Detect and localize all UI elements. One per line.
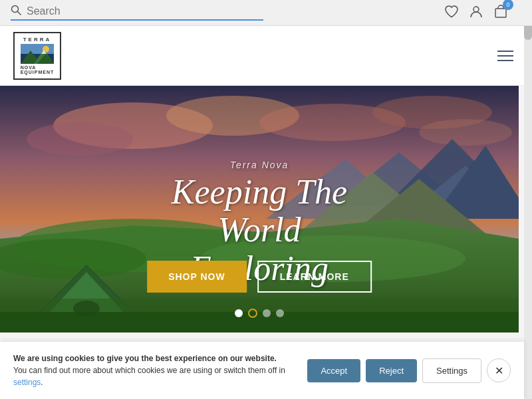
cookie-normal-text: You can find out more about which cookie… <box>13 366 285 375</box>
cookie-settings-link[interactable]: settings <box>13 378 41 387</box>
page-container: 0 TERRA <box>0 0 532 399</box>
logo-line2: NOVA EQUIPMENT <box>21 65 55 74</box>
page-scrollbar[interactable] <box>524 0 532 399</box>
hamburger-menu[interactable] <box>492 45 519 66</box>
cookie-banner: We are using cookies to give you the bes… <box>0 342 524 399</box>
hero-dot-2[interactable] <box>248 309 257 318</box>
learn-more-button[interactable]: LEARN MORE <box>257 261 372 293</box>
cookie-buttons: Accept Reject Settings ✕ <box>307 358 511 383</box>
logo-box: TERRA NOVA EQUIPMENT <box>13 32 61 80</box>
search-bar: 0 <box>0 0 532 26</box>
user-icon[interactable] <box>469 5 483 21</box>
close-icon: ✕ <box>495 364 503 377</box>
hamburger-line3 <box>497 60 513 61</box>
svg-point-17 <box>419 119 512 146</box>
accept-button[interactable]: Accept <box>307 359 360 382</box>
header-icons: 0 <box>444 5 521 21</box>
hamburger-line1 <box>497 51 513 52</box>
logo-mountain-icon <box>21 44 54 64</box>
close-cookie-button[interactable]: ✕ <box>487 358 511 382</box>
hero-section: Terra Nova Keeping The World Exploring S… <box>0 86 519 332</box>
logo-line1: TERRA <box>23 37 52 43</box>
svg-line-1 <box>18 12 21 15</box>
cart-icon[interactable]: 0 <box>493 5 508 21</box>
wishlist-icon[interactable] <box>444 5 459 21</box>
hero-dot-3[interactable] <box>263 309 271 317</box>
cart-badge: 0 <box>503 0 513 10</box>
search-input-wrapper <box>11 5 263 21</box>
svg-point-14 <box>27 122 133 156</box>
navbar: TERRA NOVA EQUIPMENT <box>0 26 532 86</box>
search-input[interactable] <box>27 5 213 17</box>
hero-dot-4[interactable] <box>276 309 284 317</box>
hero-dots <box>235 309 284 318</box>
search-icon <box>11 5 21 18</box>
shop-now-button[interactable]: SHOP NOW <box>147 261 247 293</box>
logo[interactable]: TERRA NOVA EQUIPMENT <box>13 32 61 80</box>
hero-dot-1[interactable] <box>235 309 243 317</box>
settings-button[interactable]: Settings <box>422 358 481 383</box>
cookie-text: We are using cookies to give you the bes… <box>13 352 294 388</box>
svg-point-2 <box>473 7 479 12</box>
svg-rect-3 <box>495 9 506 17</box>
cookie-bold-text: We are using cookies to give you the bes… <box>13 354 277 363</box>
hero-buttons: SHOP NOW LEARN MORE <box>147 261 372 293</box>
hero-subtitle: Terra Nova <box>130 160 389 170</box>
hamburger-line2 <box>497 55 513 57</box>
reject-button[interactable]: Reject <box>366 359 417 382</box>
